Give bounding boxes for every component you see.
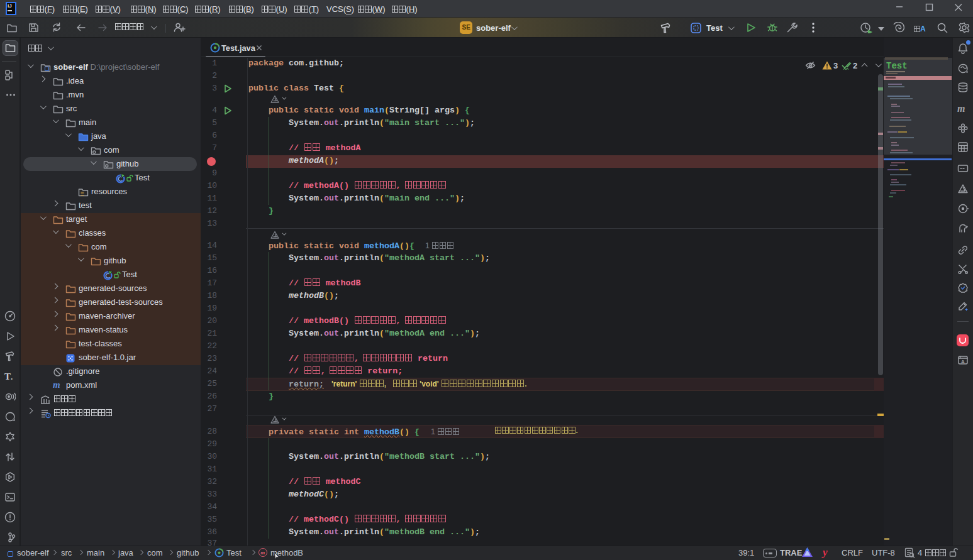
svg-text:A: A	[961, 359, 965, 365]
